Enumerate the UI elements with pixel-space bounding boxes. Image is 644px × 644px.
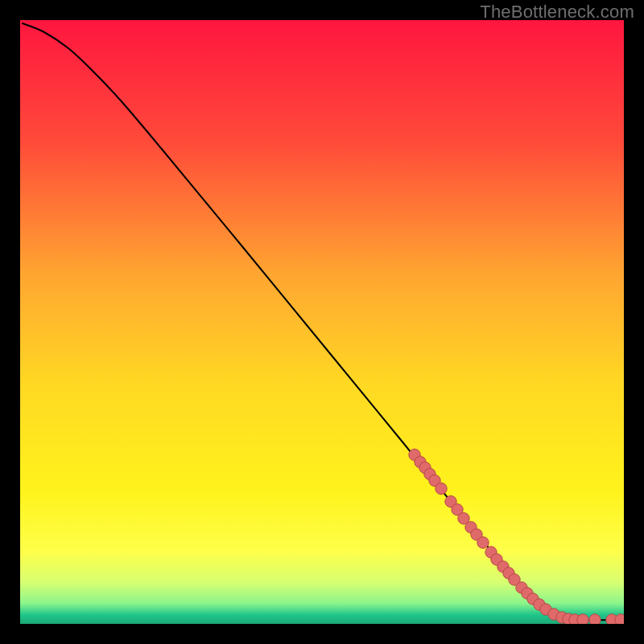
data-point — [436, 483, 447, 494]
data-point — [477, 537, 489, 548]
plot-area — [20, 20, 624, 624]
chart-canvas — [0, 0, 644, 644]
watermark-text: TheBottleneck.com — [480, 2, 634, 23]
